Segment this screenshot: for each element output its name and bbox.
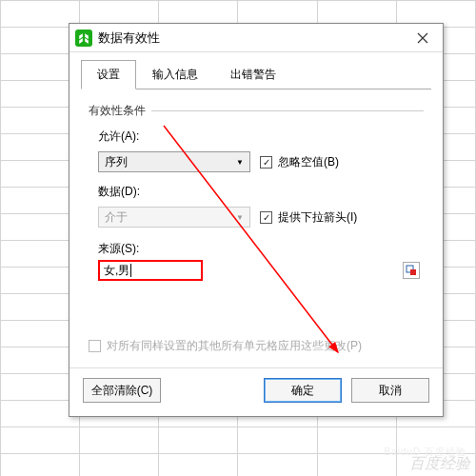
provide-dropdown-label: 提供下拉箭头(I) bbox=[278, 209, 357, 226]
svg-rect-1 bbox=[410, 269, 416, 275]
ignore-blank-checkbox[interactable]: ✓ 忽略空值(B) bbox=[260, 154, 424, 170]
checkbox-icon: ✓ bbox=[260, 211, 272, 224]
dropdown-arrow-icon: ▼ bbox=[236, 158, 244, 167]
dropdown-arrow-icon: ▼ bbox=[236, 213, 244, 222]
data-label: 数据(D): bbox=[98, 184, 260, 200]
provide-dropdown-checkbox[interactable]: ✓ 提供下拉箭头(I) bbox=[260, 209, 424, 226]
allow-dropdown[interactable]: 序列 ▼ bbox=[98, 151, 250, 172]
criteria-label: 有效性条件 bbox=[89, 103, 146, 119]
clear-all-button[interactable]: 全部清除(C) bbox=[83, 378, 161, 403]
tab-settings[interactable]: 设置 bbox=[81, 60, 136, 89]
apply-all-label: 对所有同样设置的其他所有单元格应用这些更改(P) bbox=[107, 338, 362, 354]
titlebar: 数据有效性 bbox=[69, 24, 443, 52]
dialog-body: 有效性条件 允许(A): 序列 ▼ ✓ 忽略空值(B) bbox=[69, 89, 443, 367]
allow-value: 序列 bbox=[105, 154, 128, 170]
source-value: 女,男 bbox=[104, 263, 129, 279]
ignore-blank-label: 忽略空值(B) bbox=[278, 154, 339, 170]
source-label: 来源(S): bbox=[98, 241, 424, 257]
source-input[interactable]: 女,男 bbox=[98, 260, 203, 281]
ok-button[interactable]: 确定 bbox=[264, 378, 342, 403]
cancel-button[interactable]: 取消 bbox=[351, 378, 429, 403]
data-validation-dialog: 数据有效性 设置 输入信息 出错警告 有效性条件 允许(A): 序列 ▼ bbox=[69, 23, 444, 417]
checkbox-icon: ✓ bbox=[260, 156, 272, 169]
range-selector-icon[interactable] bbox=[403, 262, 420, 279]
allow-label: 允许(A): bbox=[98, 129, 260, 145]
button-row: 全部清除(C) 确定 取消 bbox=[69, 367, 443, 416]
tab-input-message[interactable]: 输入信息 bbox=[136, 60, 214, 89]
data-dropdown: 介于 ▼ bbox=[98, 207, 250, 228]
data-value: 介于 bbox=[105, 209, 128, 226]
close-button[interactable] bbox=[408, 27, 437, 50]
tab-bar: 设置 输入信息 出错警告 bbox=[69, 52, 443, 89]
apply-all-checkbox: 对所有同样设置的其他所有单元格应用这些更改(P) bbox=[89, 338, 424, 354]
criteria-fieldset: 有效性条件 bbox=[89, 103, 424, 119]
app-icon bbox=[75, 30, 92, 47]
tab-error-alert[interactable]: 出错警告 bbox=[214, 60, 292, 89]
checkbox-icon bbox=[89, 340, 101, 352]
dialog-title: 数据有效性 bbox=[98, 30, 408, 47]
